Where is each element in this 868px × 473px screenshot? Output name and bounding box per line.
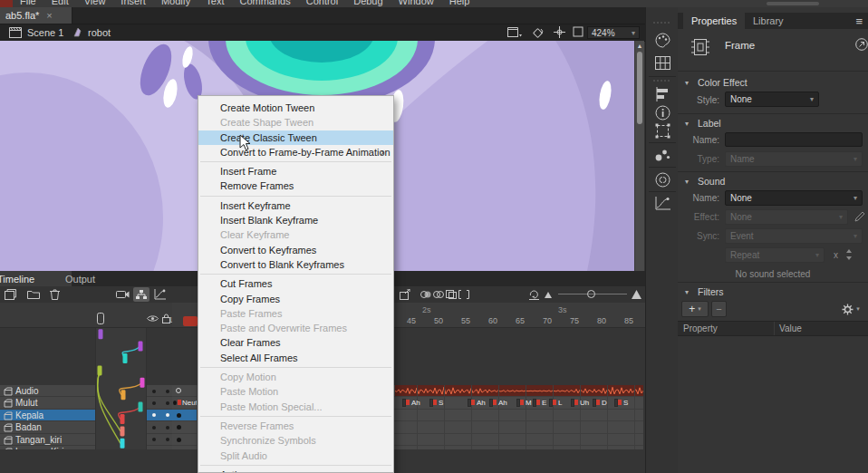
document-tab[interactable]: ab5.fla* × — [0, 7, 72, 24]
panel-menu-icon[interactable]: ≡ — [855, 14, 863, 28]
large-frames-icon[interactable] — [632, 290, 641, 299]
stage-vertical-scrollbar[interactable]: ▲ — [634, 41, 644, 271]
layer-lock-dot[interactable] — [166, 413, 169, 417]
layer-eye-dot[interactable] — [152, 438, 156, 441]
layer-lock-dot[interactable] — [166, 438, 169, 441]
context-item-convert-to-blank-keyframes[interactable]: Convert to Blank Keyframes — [198, 257, 393, 272]
menu-edit[interactable]: Edit — [52, 0, 69, 6]
motion-graph-icon[interactable] — [154, 289, 166, 300]
remove-filter-button[interactable]: − — [711, 301, 727, 317]
frame1-cell-mulut[interactable]: Neutr — [172, 397, 198, 409]
parent-mark-audio[interactable] — [99, 329, 103, 339]
symbol-breadcrumb[interactable]: robot — [88, 27, 111, 38]
sound-section-title[interactable]: Sound — [698, 176, 725, 187]
context-item-convert-to-keyframes[interactable]: Convert to Keyframes — [198, 243, 393, 257]
parent-mark-kaki-kiri[interactable] — [121, 426, 125, 436]
menu-commands[interactable]: Commands — [239, 0, 290, 6]
scene-breadcrumb[interactable]: Scene 1 — [27, 27, 63, 38]
collapse-triangle-icon[interactable]: ▾ — [685, 178, 689, 186]
parent-mark-kepala[interactable] — [123, 353, 128, 363]
export-frames-icon[interactable] — [400, 289, 411, 300]
layer-eye-dot[interactable] — [152, 390, 156, 393]
label-section-title[interactable]: Label — [698, 118, 721, 129]
cc-libraries-panel-icon[interactable] — [655, 172, 670, 188]
new-folder-icon[interactable] — [27, 290, 40, 299]
frame1-cell-badan[interactable] — [172, 421, 198, 433]
brush-panel-icon[interactable] — [655, 148, 670, 162]
menu-view[interactable]: View — [84, 0, 106, 6]
info-panel-icon[interactable] — [655, 105, 670, 121]
color-effect-section-title[interactable]: Color Effect — [698, 77, 747, 88]
menu-help[interactable]: Help — [449, 0, 470, 6]
layer-lock-dot[interactable] — [166, 390, 169, 393]
context-item-copy-frames[interactable]: Copy Frames — [198, 292, 393, 306]
style-select[interactable]: None▾ — [725, 92, 819, 107]
menu-window[interactable]: Window — [399, 0, 434, 6]
menu-text[interactable]: Text — [206, 0, 224, 6]
transform-panel-icon[interactable] — [655, 123, 670, 139]
context-item-insert-frame[interactable]: Insert Frame — [198, 164, 393, 179]
delete-layer-icon[interactable] — [50, 289, 60, 300]
menu-insert[interactable]: Insert — [121, 0, 146, 6]
label-name-input[interactable] — [725, 132, 863, 147]
camera-layer-icon[interactable] — [116, 290, 130, 299]
filters-section-title[interactable]: Filters — [698, 286, 724, 297]
add-filter-button[interactable]: +▾ — [681, 301, 709, 317]
color-panel-icon[interactable] — [655, 33, 670, 48]
layer-parenting-toggle[interactable] — [133, 287, 149, 302]
center-stage-icon[interactable] — [554, 26, 565, 38]
parent-mark-kaki-kanan[interactable] — [121, 439, 125, 449]
context-item-convert-to-frame-by-frame-animation[interactable]: Convert to Frame-by-Frame Animation› — [198, 145, 393, 159]
pencil-icon[interactable] — [854, 211, 865, 222]
clip-content-icon[interactable] — [573, 26, 583, 37]
flow-arrow-icon[interactable] — [855, 38, 868, 51]
context-item-create-classic-tween[interactable]: Create Classic Tween — [198, 130, 393, 145]
parent-mark-badan[interactable] — [98, 365, 102, 375]
scrollbar-thumb[interactable] — [637, 52, 642, 124]
layer-eye-dot[interactable] — [152, 401, 156, 405]
small-frames-icon[interactable] — [545, 292, 552, 298]
edit-multiple-frames-icon[interactable] — [446, 290, 457, 299]
menu-modify[interactable]: Modify — [161, 0, 190, 6]
context-item-insert-blank-keyframe[interactable]: Insert Blank Keyframe — [198, 213, 393, 227]
collapse-triangle-icon[interactable]: ▾ — [685, 79, 689, 87]
parent-mark-mulut[interactable] — [139, 342, 143, 352]
tab-library[interactable]: Library — [745, 13, 792, 29]
parent-mark-lengan-kanan[interactable] — [121, 414, 125, 424]
context-item-select-all-frames[interactable]: Select All Frames — [198, 351, 393, 365]
context-item-cut-frames[interactable]: Cut Frames — [198, 276, 393, 291]
frame1-cell-audio[interactable] — [172, 385, 198, 397]
new-layer-icon[interactable] — [5, 289, 16, 300]
swatches-panel-icon[interactable] — [655, 56, 670, 70]
align-panel-icon[interactable] — [655, 87, 670, 101]
parent-mark-tangan-kiri[interactable] — [140, 378, 145, 388]
account-button[interactable] — [767, 2, 819, 5]
scroll-up-icon[interactable]: ▲ — [636, 43, 643, 50]
context-item-actions[interactable]: Actions — [198, 468, 393, 473]
motion-editor-panel-icon[interactable] — [655, 197, 670, 210]
menu-debug[interactable]: Debug — [353, 0, 382, 6]
layer-lock-dot[interactable] — [166, 401, 169, 405]
paint-bucket-icon[interactable] — [532, 26, 544, 38]
menu-control[interactable]: Control — [306, 0, 338, 6]
collapse-triangle-icon[interactable]: ▾ — [685, 288, 689, 296]
frame-size-slider-knob[interactable] — [587, 290, 595, 298]
filter-options-button[interactable]: ▾ — [837, 301, 864, 317]
tab-output[interactable]: Output — [56, 271, 104, 286]
parent-mark-lengan-kiri[interactable] — [121, 390, 126, 400]
layer-lock-dot[interactable] — [166, 426, 169, 430]
context-item-insert-keyframe[interactable]: Insert Keyframe — [198, 198, 393, 213]
onion-skin-icon[interactable] — [420, 290, 431, 299]
context-item-create-motion-tween[interactable]: Create Motion Tween — [198, 101, 393, 115]
tab-properties[interactable]: Properties — [683, 13, 745, 29]
onion-skin-outline-icon[interactable] — [433, 290, 444, 299]
parent-mark-tangan-kanan[interactable] — [139, 402, 143, 412]
loop-playback-icon[interactable] — [528, 289, 540, 300]
sound-name-select[interactable]: None▾ — [725, 190, 863, 206]
collapse-triangle-icon[interactable]: ▾ — [685, 120, 689, 128]
zoom-level-select[interactable]: 424% ▾ — [587, 26, 640, 39]
frame1-cell-tangan-kiri[interactable] — [172, 434, 198, 446]
layer-eye-dot[interactable] — [152, 413, 156, 417]
marker-range-icon[interactable] — [458, 290, 469, 299]
playhead[interactable] — [183, 316, 198, 326]
